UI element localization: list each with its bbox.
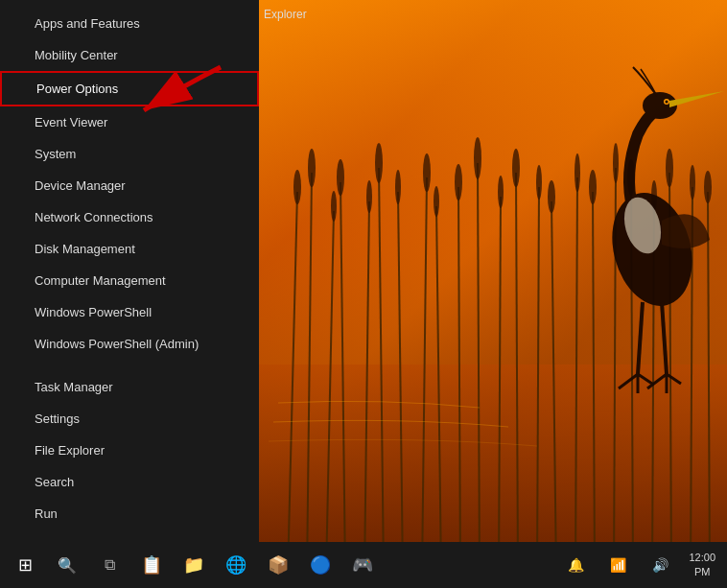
menu-item-task-manager[interactable]: Task Manager (0, 371, 259, 403)
menu-item-disk-management[interactable]: Disk Management (0, 233, 259, 265)
menu-item-label-file-explorer: File Explorer (35, 443, 105, 458)
menu-item-power-options[interactable]: Power Options (0, 71, 259, 106)
svg-point-47 (704, 171, 712, 203)
menu-item-device-manager[interactable]: Device Manager (0, 170, 259, 201)
menu-item-computer-management[interactable]: Computer Management (0, 265, 259, 296)
svg-point-33 (434, 186, 439, 217)
taskbar-icon-3[interactable]: 🌐 (215, 544, 257, 586)
menu-item-label-task-manager: Task Manager (35, 380, 113, 394)
menu-item-label-system: System (35, 147, 76, 161)
menu-item-label-computer-management: Computer Management (35, 273, 166, 288)
context-menu: Apps and FeaturesMobility CenterPower Op… (0, 0, 259, 588)
menu-item-network-connections[interactable]: Network Connections (0, 201, 259, 233)
svg-point-46 (690, 165, 695, 200)
menu-item-label-settings: Settings (35, 412, 80, 426)
menu-item-label-network-connections: Network Connections (35, 210, 153, 224)
svg-point-29 (366, 180, 372, 213)
svg-point-25 (293, 170, 301, 204)
svg-point-41 (589, 170, 597, 204)
menu-item-file-explorer[interactable]: File Explorer (0, 435, 259, 466)
task-view-button[interactable]: ⧉ (88, 544, 130, 586)
svg-point-40 (575, 153, 580, 192)
svg-point-26 (308, 149, 316, 187)
menu-item-label-windows-powershell: Windows PowerShell (35, 305, 152, 319)
menu-item-label-device-manager: Device Manager (35, 178, 126, 193)
menu-item-windows-powershell[interactable]: Windows PowerShell (0, 296, 259, 328)
svg-point-30 (375, 143, 383, 183)
menu-item-mobility-center[interactable]: Mobility Center (0, 39, 259, 71)
taskbar: ⊞ 🔍 ⧉ 📋 📁 🌐 📦 🔵 🎮 🔔 📶 🔊 12:00PM (0, 542, 727, 588)
menu-item-label-run: Run (35, 506, 58, 521)
volume-icon[interactable]: 🔊 (639, 544, 681, 586)
taskbar-icon-2[interactable]: 📁 (173, 544, 215, 586)
svg-point-28 (337, 159, 344, 196)
menu-item-windows-powershell-admin[interactable]: Windows PowerShell (Admin) (0, 328, 259, 360)
menu-item-run[interactable]: Run (0, 498, 259, 529)
svg-point-39 (548, 180, 555, 213)
svg-point-31 (395, 170, 401, 204)
taskbar-icon-6[interactable]: 🎮 (341, 544, 384, 586)
svg-point-32 (423, 153, 431, 192)
svg-point-38 (536, 165, 542, 200)
menu-item-label-disk-management: Disk Management (35, 242, 135, 256)
svg-point-42 (613, 143, 619, 183)
title-bar-text: Explorer (264, 8, 307, 21)
network-icon[interactable]: 📶 (597, 544, 639, 586)
taskbar-icon-5[interactable]: 🔵 (299, 544, 341, 586)
menu-item-label-apps-features: Apps and Features (35, 16, 140, 31)
svg-point-35 (474, 137, 481, 179)
menu-item-apps-features[interactable]: Apps and Features (0, 8, 259, 39)
svg-point-37 (512, 149, 520, 187)
svg-point-45 (666, 149, 673, 187)
svg-point-36 (498, 176, 504, 208)
start-button[interactable]: ⊞ (4, 544, 46, 586)
taskbar-icon-4[interactable]: 📦 (257, 544, 299, 586)
svg-point-51 (666, 101, 668, 104)
taskbar-icon-1[interactable]: 📋 (130, 544, 173, 586)
notification-icon[interactable]: 🔔 (554, 544, 597, 586)
svg-point-34 (455, 164, 462, 200)
menu-item-settings[interactable]: Settings (0, 403, 259, 435)
taskbar-right-area: 🔔 📶 🔊 12:00PM (554, 544, 723, 586)
menu-item-label-mobility-center: Mobility Center (35, 48, 118, 62)
menu-item-event-viewer[interactable]: Event Viewer (0, 106, 259, 138)
menu-item-label-power-options: Power Options (36, 82, 118, 96)
menu-item-label-windows-powershell-admin: Windows PowerShell (Admin) (35, 337, 199, 351)
menu-item-label-event-viewer: Event Viewer (35, 115, 107, 129)
menu-item-search[interactable]: Search (0, 466, 259, 498)
taskbar-clock[interactable]: 12:00PM (681, 551, 723, 580)
menu-item-label-search: Search (35, 475, 74, 489)
menu-item-system[interactable]: System (0, 138, 259, 170)
search-taskbar-button[interactable]: 🔍 (46, 544, 88, 586)
svg-point-27 (331, 191, 337, 222)
